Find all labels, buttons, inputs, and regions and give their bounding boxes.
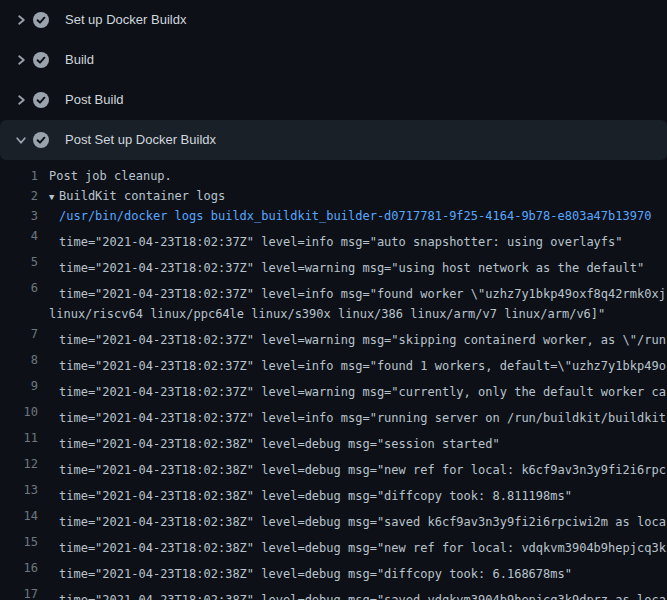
log-line-text: time="2021-04-23T18:02:37Z" level=info m… [59,411,666,425]
step-label: Post Build [65,92,124,108]
log-line-text: time="2021-04-23T18:02:37Z" level=info m… [59,359,666,373]
log-line-number[interactable]: 4 [0,226,38,246]
log-line-number[interactable]: 5 [0,252,38,272]
check-circle-icon [33,12,49,28]
log-line: 4time="2021-04-23T18:02:37Z" level=info … [0,226,667,252]
steps-list: Set up Docker BuildxBuildPost BuildPost … [0,0,667,160]
log-line: linux/riscv64 linux/ppc64le linux/s390x … [0,304,667,324]
log-line-number[interactable]: 16 [0,558,38,578]
log-line: 6time="2021-04-23T18:02:37Z" level=info … [0,278,667,304]
log-line: 1Post job cleanup. [0,166,667,186]
group-collapse-icon[interactable]: ▼ [49,187,59,206]
log-line: 13time="2021-04-23T18:02:38Z" level=debu… [0,480,667,506]
log-line-text: time="2021-04-23T18:02:37Z" level=info m… [59,287,666,301]
chevron-right-icon [10,14,32,26]
log-line: 9time="2021-04-23T18:02:37Z" level=warni… [0,376,667,402]
chevron-right-icon [10,54,32,66]
log-line-text: BuildKit container logs [59,189,225,203]
log-line: 10time="2021-04-23T18:02:37Z" level=info… [0,402,667,428]
log-line-number[interactable]: 10 [0,402,38,422]
log-viewer: 1Post job cleanup.2▼BuildKit container l… [0,160,667,600]
log-line-number[interactable]: 6 [0,278,38,298]
chevron-down-icon [10,134,32,146]
step-row[interactable]: Build [0,40,667,80]
chevron-right-icon [10,94,32,106]
log-line: 16time="2021-04-23T18:02:38Z" level=debu… [0,558,667,584]
log-line-number[interactable]: 17 [0,584,38,600]
log-line-number[interactable]: 3 [0,206,38,226]
log-line-number[interactable]: 2 [0,186,38,206]
log-line-number[interactable]: 8 [0,350,38,370]
log-line: 15time="2021-04-23T18:02:38Z" level=debu… [0,532,667,558]
log-line-number[interactable]: 7 [0,324,38,344]
log-line[interactable]: 2▼BuildKit container logs [0,186,667,206]
check-circle-icon [33,52,49,68]
log-line-number[interactable]: 9 [0,376,38,396]
log-line-text: time="2021-04-23T18:02:38Z" level=debug … [59,489,572,503]
log-line-text: time="2021-04-23T18:02:38Z" level=debug … [59,541,666,555]
log-line-text: time="2021-04-23T18:02:38Z" level=debug … [59,593,666,600]
log-line-text: time="2021-04-23T18:02:37Z" level=info m… [59,235,623,249]
step-label: Set up Docker Buildx [65,12,186,28]
log-line: 7time="2021-04-23T18:02:37Z" level=warni… [0,324,667,350]
log-line-text: linux/riscv64 linux/ppc64le linux/s390x … [49,307,605,321]
log-line-text: time="2021-04-23T18:02:37Z" level=warnin… [59,333,666,347]
step-row[interactable]: Set up Docker Buildx [0,0,667,40]
log-line: 5time="2021-04-23T18:02:37Z" level=warni… [0,252,667,278]
log-line-number[interactable]: 1 [0,166,38,186]
check-circle-icon [33,92,49,108]
log-line-text: time="2021-04-23T18:02:38Z" level=debug … [59,567,572,581]
log-line: 17time="2021-04-23T18:02:38Z" level=debu… [0,584,667,600]
check-circle-icon [33,132,49,148]
log-line-text: /usr/bin/docker logs buildx_buildkit_bui… [59,209,651,223]
log-line-number[interactable]: 14 [0,506,38,526]
step-label: Build [65,52,94,68]
log-line-number[interactable]: 11 [0,428,38,448]
step-row[interactable]: Post Set up Docker Buildx [0,120,667,160]
step-label: Post Set up Docker Buildx [65,132,216,148]
log-line: 12time="2021-04-23T18:02:38Z" level=debu… [0,454,667,480]
log-line: 3/usr/bin/docker logs buildx_buildkit_bu… [0,206,667,226]
step-row[interactable]: Post Build [0,80,667,120]
log-line-text: Post job cleanup. [49,169,172,183]
log-line-text: time="2021-04-23T18:02:38Z" level=debug … [59,463,666,477]
log-line-text: time="2021-04-23T18:02:37Z" level=warnin… [59,261,644,275]
log-line-number[interactable]: 15 [0,532,38,552]
log-line: 11time="2021-04-23T18:02:38Z" level=debu… [0,428,667,454]
log-line-text: time="2021-04-23T18:02:38Z" level=debug … [59,437,500,451]
log-line-text: time="2021-04-23T18:02:38Z" level=debug … [59,515,666,529]
log-line: 14time="2021-04-23T18:02:38Z" level=debu… [0,506,667,532]
log-line: 8time="2021-04-23T18:02:37Z" level=info … [0,350,667,376]
log-line-number[interactable]: 13 [0,480,38,500]
log-line-number[interactable]: 12 [0,454,38,474]
log-line-text: time="2021-04-23T18:02:37Z" level=warnin… [59,385,666,399]
